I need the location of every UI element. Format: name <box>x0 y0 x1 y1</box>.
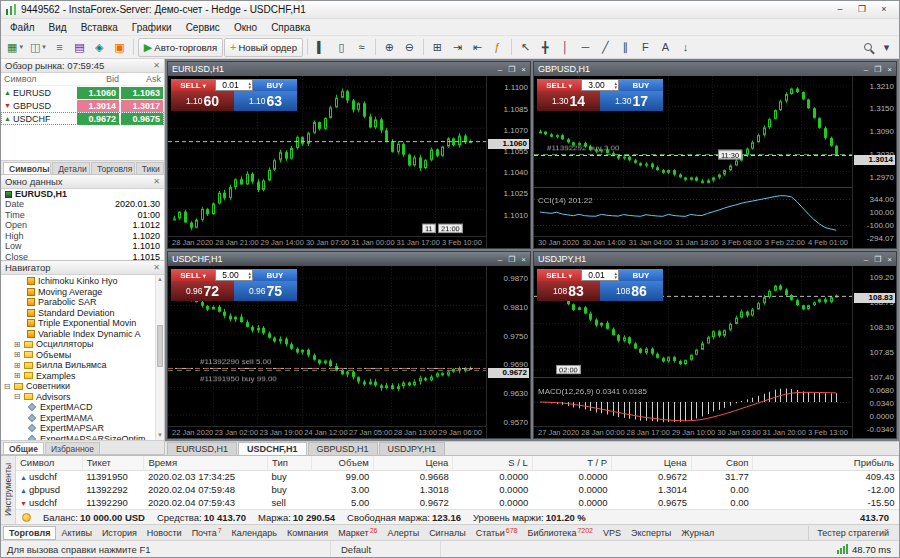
column-header[interactable]: Время <box>144 456 268 470</box>
navigator-item[interactable]: Ichimoku Kinko Hyo <box>1 276 164 287</box>
chart-titlebar-gbpusd[interactable]: GBPUSD,H1–❐× <box>534 62 896 76</box>
column-header[interactable]: Символ <box>16 456 82 470</box>
indicator-canvas-usdjpy[interactable] <box>534 378 852 426</box>
zoom-out-button[interactable]: ⊖ <box>400 38 419 57</box>
scroll-up-icon[interactable]: ▲ <box>156 275 164 284</box>
maximize-icon[interactable]: ❐ <box>851 2 873 17</box>
restore-icon[interactable]: ❐ <box>874 255 881 264</box>
chart-titlebar-usdchf[interactable]: USDCHF,H1–❐× <box>168 252 530 266</box>
collapse-icon[interactable]: ⊟ <box>3 382 11 391</box>
column-header[interactable]: T / P <box>532 456 611 470</box>
menu-item-2[interactable]: Вставка <box>74 21 125 34</box>
close-icon[interactable]: ✕ <box>153 61 160 70</box>
chart-tab[interactable]: USDJPY,H1 <box>379 442 445 455</box>
buy-button[interactable]: BUY <box>619 79 663 91</box>
terminal-tab[interactable]: Журнал <box>676 526 719 540</box>
lot-size-input[interactable]: 0.01▴▾ <box>581 269 619 281</box>
minimize-icon[interactable]: – <box>829 2 851 17</box>
market-watch-button[interactable]: ≡ <box>50 38 69 57</box>
text-label-button[interactable]: A <box>656 38 675 57</box>
chart-tab[interactable]: USDCHF,H1 <box>238 442 307 455</box>
restore-icon[interactable]: ❐ <box>874 65 881 74</box>
indicators-button[interactable]: ƒ <box>488 38 507 57</box>
menu-item-0[interactable]: Файл <box>3 21 42 34</box>
column-header[interactable]: Своп <box>691 456 753 470</box>
navigator-header[interactable]: Навигатор ✕ <box>1 261 164 275</box>
expand-icon[interactable]: ⊞ <box>13 371 21 380</box>
autotrade-button[interactable]: ▶Авто-торговля <box>138 38 223 57</box>
expand-icon[interactable]: ⊞ <box>13 350 21 359</box>
terminal-tab[interactable]: VPS <box>598 526 626 540</box>
terminal-tab[interactable]: Маркет26 <box>333 526 382 540</box>
menu-item-3[interactable]: Графики <box>125 21 179 34</box>
sell-price-button[interactable]: 0.9672 <box>171 281 234 301</box>
sell-price-button[interactable]: 1.1060 <box>171 91 234 111</box>
navigator-item[interactable]: ExpertMAPSAR <box>1 423 164 434</box>
bars-chart-button[interactable]: ▍ <box>312 38 331 57</box>
navigator-button[interactable]: ◈ <box>90 38 109 57</box>
terminal-tab[interactable]: Новости <box>142 526 187 540</box>
restore-icon[interactable]: ❐ <box>508 255 515 264</box>
sell-price-button[interactable]: 1.3014 <box>537 91 600 111</box>
arrows-tool-button[interactable]: ↓ <box>676 38 695 57</box>
column-header[interactable]: Тикет <box>82 456 144 470</box>
column-header[interactable]: Цена <box>373 456 452 470</box>
close-icon[interactable]: ✕ <box>153 263 160 272</box>
terminal-tab[interactable]: Библиотека7202 <box>523 526 599 540</box>
profiles-button[interactable]: ◫▾ <box>27 38 49 57</box>
sell-button[interactable]: SELL▾ <box>171 269 215 281</box>
navigator-item[interactable]: Moving Average <box>1 287 164 298</box>
candles-chart-button[interactable]: ▯ <box>332 38 351 57</box>
navigator-item[interactable]: Variable Index Dynamic A <box>1 329 164 340</box>
lot-size-input[interactable]: 5.00▴▾ <box>215 269 253 281</box>
expand-icon[interactable]: ⊞ <box>13 361 21 370</box>
sell-button[interactable]: SELL▾ <box>171 79 215 91</box>
market-watch-tab[interactable]: Детали <box>52 162 90 174</box>
expand-icon[interactable]: ⊞ <box>13 340 21 349</box>
horizontal-line-button[interactable]: ─ <box>576 38 595 57</box>
minimize-icon[interactable]: – <box>864 65 868 74</box>
buy-button[interactable]: BUY <box>253 79 297 91</box>
minimize-icon[interactable]: – <box>498 255 502 264</box>
restore-icon[interactable]: ❐ <box>508 65 515 74</box>
scroll-down-icon[interactable]: ▼ <box>156 431 164 440</box>
tile-windows-button[interactable]: ⊞ <box>428 38 447 57</box>
column-header[interactable]: Объем <box>312 456 374 470</box>
line-chart-button[interactable]: ≈ <box>352 38 371 57</box>
terminal-tab[interactable]: Почта7 <box>187 526 227 540</box>
trendline-button[interactable]: ╱ <box>596 38 615 57</box>
cursor-button[interactable]: ↖ <box>516 38 535 57</box>
status-profile[interactable]: Default <box>331 541 441 557</box>
close-icon[interactable]: ✕ <box>153 177 160 186</box>
collapse-icon[interactable]: ⊟ <box>13 392 21 401</box>
new-chart-button[interactable]: ▦▾ <box>4 38 26 57</box>
buy-price-button[interactable]: 0.9675 <box>234 281 297 301</box>
menu-item-6[interactable]: Справка <box>264 21 317 34</box>
column-header[interactable]: Цена <box>612 456 691 470</box>
auto-scroll-button[interactable]: ⇥ <box>448 38 467 57</box>
toolbar-overflow-button[interactable]: ▾ <box>877 38 896 57</box>
menu-item-1[interactable]: Вид <box>42 21 74 34</box>
navigator-scrollbar[interactable]: ▲ ▼ <box>155 275 164 440</box>
market-watch-row[interactable]: ▼GBPUSD1.30141.3017 <box>1 99 164 112</box>
minimize-icon[interactable]: – <box>498 65 502 74</box>
chart-titlebar-eurusd[interactable]: EURUSD,H1–❐× <box>168 62 530 76</box>
menu-item-5[interactable]: Окно <box>227 21 264 34</box>
navigator-item[interactable]: ⊞Осцилляторы <box>1 339 164 350</box>
buy-price-button[interactable]: 1.1063 <box>234 91 297 111</box>
navigator-tab[interactable]: Общие <box>3 442 44 454</box>
column-header[interactable]: Прибыль <box>753 456 899 470</box>
terminal-tab[interactable]: Торговля <box>3 526 56 540</box>
navigator-item[interactable]: ⊟Advisors <box>1 392 164 403</box>
navigator-item[interactable]: ⊞Examples <box>1 371 164 382</box>
terminal-side-tab[interactable]: Инструменты <box>1 456 16 524</box>
position-row[interactable]: ▼usdchf113922902020.02.04 07:59:43sell5.… <box>16 496 899 509</box>
sell-price-button[interactable]: 10883 <box>537 281 600 301</box>
terminal-tab[interactable]: Алерты <box>382 526 424 540</box>
terminal-tab[interactable]: Статьи678 <box>471 526 523 540</box>
close-icon[interactable]: × <box>887 255 892 264</box>
crosshair-button[interactable]: ╋ <box>536 38 555 57</box>
market-watch-tab[interactable]: Торговля <box>91 162 135 174</box>
navigator-item[interactable]: ExpertMACD <box>1 402 164 413</box>
zoom-in-button[interactable]: ⊕ <box>380 38 399 57</box>
